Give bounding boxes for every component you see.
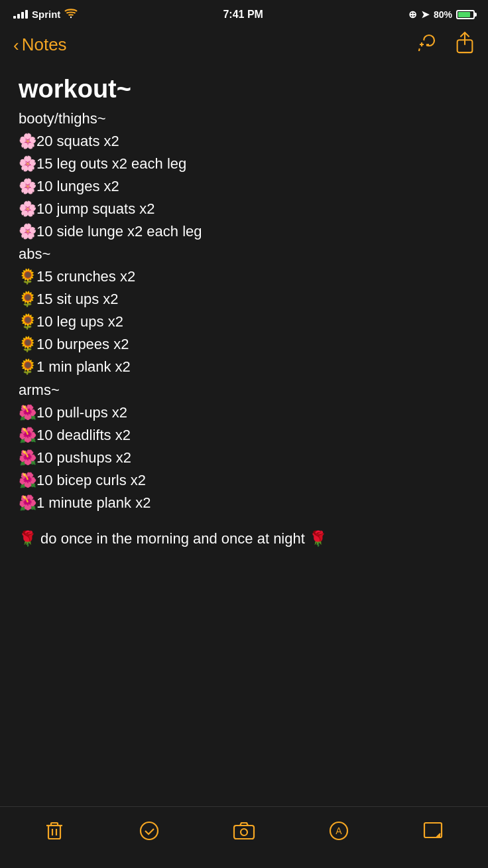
note-title: workout~ xyxy=(19,74,469,105)
signal-icon xyxy=(13,10,28,19)
add-contact-icon[interactable] xyxy=(416,31,439,58)
note-content: workout~ booty/thighs~ 🌸20 squats x2 🌸15… xyxy=(0,68,488,563)
nav-bar: ‹ Notes xyxy=(0,26,488,68)
exercise-item: 🌸10 side lunge x2 each leg xyxy=(19,220,469,243)
exercise-item: 🌸10 jump squats x2 xyxy=(19,198,469,220)
bottom-toolbar: A xyxy=(0,806,488,868)
svg-point-7 xyxy=(241,829,247,835)
exercise-item: 🌺10 deadlifts x2 xyxy=(19,424,469,447)
back-button[interactable]: ‹ Notes xyxy=(13,35,67,55)
svg-point-5 xyxy=(141,822,158,839)
nav-actions xyxy=(416,31,475,58)
exercise-item: 🌸10 lunges x2 xyxy=(19,175,469,198)
svg-rect-4 xyxy=(48,826,60,839)
exercise-item: 🌸20 squats x2 xyxy=(19,130,469,153)
status-left: Sprint xyxy=(13,8,78,21)
location-icon: ⊕ xyxy=(408,9,417,21)
section-header-abs: abs~ xyxy=(19,246,469,263)
status-time: 7:41 PM xyxy=(223,9,263,21)
camera-button[interactable] xyxy=(227,818,261,844)
svg-text:A: A xyxy=(336,826,342,836)
back-label: Notes xyxy=(22,35,67,55)
edit-button[interactable] xyxy=(417,818,450,844)
exercise-item: 🌺1 minute plank x2 xyxy=(19,492,469,514)
exercise-item: 🌻10 leg ups x2 xyxy=(19,311,469,333)
exercise-item: 🌺10 bicep curls x2 xyxy=(19,469,469,492)
svg-point-0 xyxy=(70,17,72,18)
section-header-arms: arms~ xyxy=(19,382,469,399)
svg-rect-6 xyxy=(234,826,254,839)
share-icon[interactable] xyxy=(455,31,475,58)
exercise-item: 🌸15 leg outs x2 each leg xyxy=(19,153,469,175)
carrier-label: Sprint xyxy=(32,9,60,20)
back-chevron-icon: ‹ xyxy=(13,36,19,54)
delete-button[interactable] xyxy=(38,818,71,844)
status-right: ⊕ ➤ 80% xyxy=(408,9,475,21)
battery-icon xyxy=(456,10,475,19)
direction-icon: ➤ xyxy=(421,9,430,21)
exercise-item: 🌺10 pushups x2 xyxy=(19,447,469,469)
note-footer: 🌹 do once in the morning and once at nig… xyxy=(19,528,469,549)
section-header-booty: booty/thighs~ xyxy=(19,110,469,127)
exercise-item: 🌻1 min plank x2 xyxy=(19,356,469,378)
status-bar: Sprint 7:41 PM ⊕ ➤ 80% xyxy=(0,0,488,26)
battery-percent: 80% xyxy=(434,9,452,20)
exercise-item: 🌺10 pull-ups x2 xyxy=(19,401,469,424)
exercise-item: 🌻15 sit ups x2 xyxy=(19,288,469,311)
compass-button[interactable]: A xyxy=(322,818,355,844)
exercise-item: 🌻15 crunches x2 xyxy=(19,265,469,288)
exercise-item: 🌻10 burpees x2 xyxy=(19,333,469,356)
done-button[interactable] xyxy=(133,818,166,844)
wifi-icon xyxy=(64,8,78,21)
